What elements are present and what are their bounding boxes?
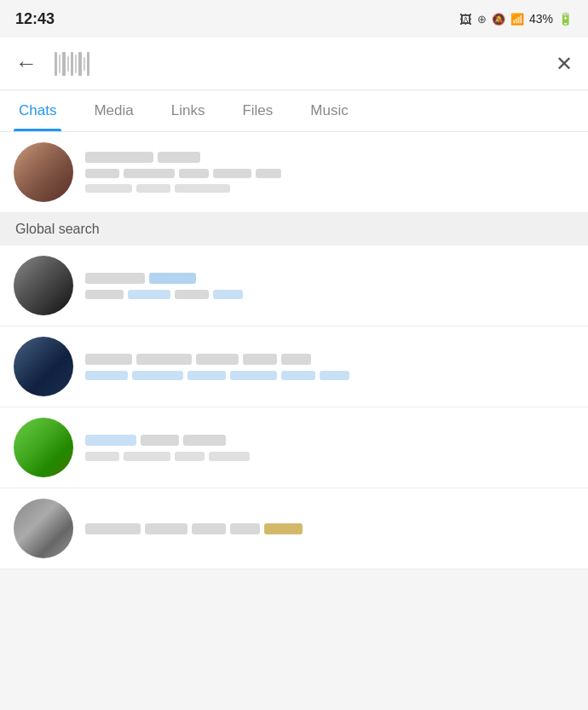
chat-info [85, 435, 574, 461]
close-button[interactable]: ✕ [556, 52, 573, 76]
avatar [14, 142, 73, 202]
battery-icon: 🔋 [558, 12, 573, 26]
status-time: 12:43 [15, 10, 55, 28]
chat-info [85, 152, 574, 193]
tab-files[interactable]: Files [223, 90, 291, 131]
list-item[interactable] [0, 326, 588, 407]
tab-links[interactable]: Links [153, 90, 224, 131]
chat-info [85, 354, 574, 380]
tab-chats[interactable]: Chats [0, 90, 75, 131]
chat-info [85, 273, 574, 299]
list-item[interactable] [0, 245, 588, 326]
avatar [14, 418, 73, 477]
list-item[interactable] [0, 407, 588, 488]
search-barcode [55, 52, 556, 76]
mute-icon: 🔕 [492, 13, 505, 26]
chat-info [85, 523, 574, 534]
tab-music[interactable]: Music [291, 90, 366, 131]
avatar [14, 337, 73, 396]
image-status-icon: 🖼 [459, 12, 472, 26]
signal-icon: ⊕ [477, 13, 487, 26]
tab-media[interactable]: Media [75, 90, 152, 131]
top-nav: ← ✕ [0, 38, 588, 90]
status-icons: 🖼 ⊕ 🔕 📶 43% 🔋 [459, 12, 573, 26]
avatar [14, 499, 73, 558]
section-header-global-search: Global search [0, 213, 588, 245]
status-bar: 12:43 🖼 ⊕ 🔕 📶 43% 🔋 [0, 0, 588, 38]
back-button[interactable]: ← [15, 50, 43, 77]
avatar [14, 256, 73, 315]
list-item[interactable] [0, 132, 588, 213]
tabs-container: Chats Media Links Files Music [0, 90, 588, 132]
list-item[interactable] [0, 488, 588, 569]
battery-text: 43% [529, 12, 553, 26]
wifi-icon: 📶 [510, 13, 524, 26]
content-area: Global search [0, 132, 588, 569]
